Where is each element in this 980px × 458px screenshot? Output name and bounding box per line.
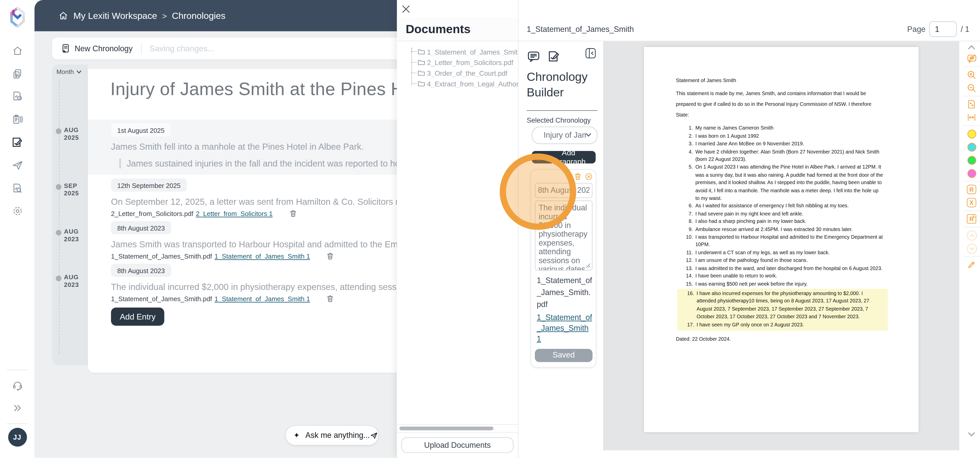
- chevron-down-icon: [585, 133, 591, 137]
- ask-ai-placeholder: Ask me anything...: [305, 431, 370, 440]
- upload-documents-button[interactable]: Upload Documents: [401, 437, 514, 453]
- add-paragraph-button[interactable]: + Add paragraph: [532, 151, 596, 163]
- entry-date-chip[interactable]: 12th September 2025: [111, 179, 187, 192]
- documents-header: Documents: [397, 17, 518, 41]
- sidebar-item-documents[interactable]: [6, 63, 28, 85]
- timeline-dot-icon: [56, 184, 62, 190]
- document-name: 4_Extract_from_Legal_Authori: [427, 80, 518, 87]
- zoom-in-button[interactable]: [964, 68, 979, 82]
- horizontal-scrollbar[interactable]: [397, 425, 518, 433]
- highlight-yellow-button[interactable]: [964, 127, 979, 141]
- paragraph-date-input[interactable]: [535, 183, 592, 198]
- hide-comments-button[interactable]: [964, 52, 979, 65]
- statement-item: 2.I was born on 1 August 1992: [676, 133, 883, 140]
- item-text: I have been unable to return to work.: [695, 273, 777, 279]
- collapse-panel-icon[interactable]: [584, 47, 597, 59]
- new-chronology-button[interactable]: New Chronology: [61, 43, 132, 54]
- item-text: I underwent a CT scan of my legs, as wel…: [695, 250, 830, 255]
- entry-date-chip[interactable]: 1st August 2025: [111, 124, 171, 137]
- item-number: 8.: [676, 218, 693, 226]
- ask-ai-bar[interactable]: ✦ Ask me anything...: [285, 425, 379, 445]
- highlight-cyan-button[interactable]: [964, 140, 979, 154]
- delete-entry-icon[interactable]: [289, 209, 297, 217]
- redact-x-button[interactable]: X: [964, 196, 979, 209]
- sidebar-item-document-search[interactable]: [6, 178, 28, 199]
- item-number: 10.: [676, 234, 693, 241]
- sidebar-item-home[interactable]: [6, 40, 28, 62]
- plus-icon: +: [536, 154, 542, 160]
- sidebar-item-notes[interactable]: [6, 109, 28, 131]
- zoom-out-button[interactable]: [964, 81, 979, 95]
- delete-entry-icon[interactable]: [326, 294, 334, 303]
- delete-entry-icon[interactable]: [326, 252, 334, 260]
- sidebar-item-report[interactable]: [6, 86, 28, 108]
- redact-r-button[interactable]: R: [964, 183, 979, 196]
- r-document-icon: R: [967, 214, 976, 223]
- document-tree-item[interactable]: 3_Order_of_the_Court.pdf: [397, 68, 518, 78]
- sidebar-item-settings[interactable]: [6, 201, 28, 222]
- support-button[interactable]: [6, 375, 28, 396]
- user-avatar[interactable]: JJ: [8, 428, 27, 447]
- pdf-scroll-area[interactable]: Statement of James Smith This statement …: [603, 41, 959, 450]
- dismiss-circle-icon[interactable]: [585, 173, 592, 180]
- send-icon[interactable]: [370, 431, 378, 439]
- entry-date-chip[interactable]: 8th August 2023: [111, 221, 171, 235]
- item-number: 2.: [676, 133, 693, 140]
- breadcrumb-workspace[interactable]: My Lexiti Workspace: [73, 11, 157, 21]
- statement-dated: Dated: 22 October 2024.: [676, 336, 883, 342]
- app-root: My Lexiti Workspace > Chronologies: [0, 0, 980, 458]
- statement-item: 12.I am unsure of the pathology found in…: [676, 257, 883, 265]
- timeline-gutter: Month AUG2025SEP2025AUG2023AUG2023: [52, 65, 88, 365]
- delete-paragraph-icon[interactable]: [574, 173, 582, 181]
- statement-item: 4.We have 2 children together: Alan Smit…: [676, 148, 883, 164]
- paragraph-document-link[interactable]: 1_Statement_of_James_Smith 1: [535, 312, 592, 344]
- green-dot-icon: [967, 155, 976, 164]
- month-label: SEP2025: [64, 182, 79, 197]
- pencil-button[interactable]: [964, 258, 979, 271]
- comments-icon[interactable]: [527, 49, 541, 63]
- chronology-toolbar: New Chronology Saving changes...: [52, 38, 441, 59]
- document-tree-item[interactable]: 4_Extract_from_Legal_Authori: [397, 78, 518, 89]
- fit-page-button[interactable]: [964, 98, 979, 111]
- statement-item: 3.I married Jane Ann McBee on 9 November…: [676, 141, 883, 148]
- breadcrumb-chronologies[interactable]: Chronologies: [172, 11, 226, 21]
- page-number-input[interactable]: [929, 21, 957, 37]
- breadcrumb-separator: >: [162, 11, 167, 21]
- next-annotation-button[interactable]: [964, 242, 979, 255]
- entry-date-chip[interactable]: 8th August 2023: [111, 264, 171, 277]
- sidebar-item-send[interactable]: [6, 155, 28, 176]
- expand-sidebar-button[interactable]: [6, 398, 28, 419]
- document-tree-item[interactable]: 2_Letter_from_Solicitors.pdf: [397, 57, 518, 68]
- selected-chronology-dropdown[interactable]: Injury of James S: [532, 127, 598, 144]
- add-entry-button[interactable]: Add Entry: [111, 307, 164, 326]
- month-filter-dropdown[interactable]: Month: [56, 68, 81, 75]
- redact-page-button[interactable]: R: [964, 212, 979, 226]
- entry-document-link[interactable]: 1_Statement_of_James_Smith 1: [215, 295, 310, 302]
- statement-item: 9.Ambulance rescue arrived at 2:45PM. I …: [676, 226, 883, 234]
- entry-document-link[interactable]: 1_Statement_of_James_Smith 1: [215, 252, 310, 260]
- close-icon[interactable]: [401, 4, 411, 14]
- paragraph-text-input[interactable]: The individual incurred $2,000 in physio…: [535, 200, 592, 270]
- sidebar-divider: [6, 369, 28, 370]
- saved-button[interactable]: Saved: [535, 349, 592, 362]
- scroll-up-icon[interactable]: [968, 45, 975, 49]
- add-paragraph-label: Add paragraph: [545, 148, 592, 166]
- scroll-down-icon[interactable]: [968, 432, 975, 437]
- resize-handle-icon[interactable]: [585, 263, 591, 268]
- statement-item: 14.I have been unable to return to work.: [676, 273, 883, 280]
- document-edit-icon[interactable]: [547, 49, 561, 63]
- item-text: I was admitted to the ward, and later di…: [695, 265, 883, 271]
- statement-item: 17.I have seen my GP only once on 2 Augu…: [677, 321, 883, 329]
- highlight-pink-button[interactable]: [964, 166, 979, 180]
- scrollbar-thumb[interactable]: [399, 426, 493, 431]
- previous-annotation-button[interactable]: [964, 229, 979, 242]
- highlight-green-button[interactable]: [964, 154, 979, 167]
- folder-icon: [418, 70, 425, 76]
- sidebar-item-chronologies[interactable]: [6, 132, 28, 153]
- fit-width-button[interactable]: [964, 111, 979, 124]
- document-tree: 1_Statement_of_James_Smith. 2_Letter_fro…: [397, 41, 518, 424]
- item-number: 1.: [676, 125, 693, 133]
- home-icon[interactable]: [58, 11, 68, 21]
- document-tree-item[interactable]: 1_Statement_of_James_Smith.: [397, 46, 518, 57]
- entry-document-link[interactable]: 2_Letter_from_Solicitors 1: [196, 210, 273, 217]
